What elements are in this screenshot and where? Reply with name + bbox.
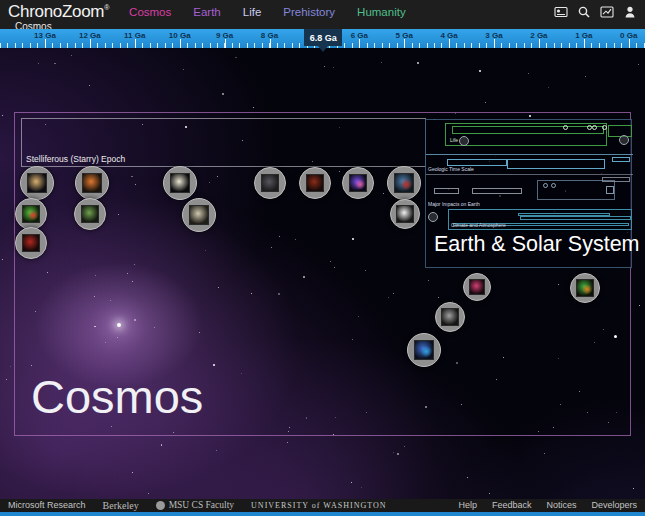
- region-title-stelliferous: Stelliferous (Starry) Epoch: [26, 154, 125, 164]
- ruler-tick-label: 8 Ga: [250, 31, 290, 40]
- exhibit-dot[interactable]: [602, 125, 607, 130]
- ruler-tick-label: 12 Ga: [70, 31, 110, 40]
- portrait-panel-exhibit-thumbnail: [189, 205, 209, 225]
- spiral-galaxy-exhibit[interactable]: [20, 166, 54, 200]
- exhibit-dot[interactable]: [563, 125, 568, 130]
- footer-link-help[interactable]: Help: [458, 500, 477, 511]
- nav-item-prehistory[interactable]: Prehistory: [283, 6, 335, 18]
- orange-panels-exhibit[interactable]: [75, 166, 109, 200]
- timeline-major-impacts[interactable]: Major Impacts on Earth: [426, 180, 633, 207]
- galaxy-cluster-exhibit[interactable]: [163, 166, 197, 200]
- blue-pink-nebula-exhibit[interactable]: [342, 167, 374, 199]
- pink-nebula-exhibit-thumbnail: [469, 279, 485, 295]
- ruler-tick-label: 5 Ga: [384, 31, 424, 40]
- timeline-geologic-time-scale[interactable]: Geologic Time Scale: [426, 154, 633, 175]
- white-square-exhibit[interactable]: [390, 199, 420, 229]
- gray-rock-exhibit[interactable]: [435, 302, 465, 332]
- orange-panels-exhibit-thumbnail: [82, 173, 102, 193]
- footer-links: HelpFeedbackNoticesDevelopers: [458, 500, 637, 511]
- gts-sub-timeline: [447, 159, 507, 166]
- ruler-tick: [449, 39, 450, 48]
- timeline-life[interactable]: Life: [445, 123, 607, 146]
- chronozoom-app: ChronoZoom® CosmosEarthLifePrehistoryHum…: [0, 0, 645, 516]
- exhibit-dot[interactable]: [543, 183, 548, 188]
- green-map-panels-exhibit[interactable]: [74, 198, 106, 230]
- footer-logo-microsoft-research[interactable]: Microsoft Research: [8, 500, 86, 511]
- space-canvas[interactable]: Stelliferous (Starry) Epoch Life: [0, 48, 645, 499]
- red-panels-exhibit[interactable]: [15, 227, 47, 259]
- red-nebula-exhibit-thumbnail: [306, 174, 325, 193]
- red-nebula-exhibit[interactable]: [299, 167, 331, 199]
- footer-bar: Microsoft ResearchBerkeleyMSU CS Faculty…: [0, 499, 645, 512]
- green-map-panels-exhibit-thumbnail: [81, 205, 100, 224]
- ruler-tick: [45, 39, 46, 48]
- ruler-tick-label: 1 Ga: [564, 31, 604, 40]
- impacts-inner-box: [606, 186, 614, 194]
- ruler-tick: [270, 39, 271, 48]
- video-bubble-icon[interactable]: [459, 136, 469, 146]
- supernova-ring-exhibit-thumbnail: [576, 279, 593, 296]
- ruler-tick-label: 4 Ga: [429, 31, 469, 40]
- region-title-earth-solar-system: Earth & Solar System: [434, 232, 640, 257]
- life-sub-timeline: [452, 126, 604, 134]
- timeline-label-major-impacts: Major Impacts on Earth: [428, 202, 480, 207]
- ruler-tick: [584, 39, 585, 48]
- ruler-tick-label: 11 Ga: [115, 31, 155, 40]
- cmb-map-exhibit[interactable]: [15, 198, 47, 230]
- red-panels-exhibit-thumbnail: [22, 234, 41, 253]
- exhibit-dot[interactable]: [551, 183, 556, 188]
- ruler-tick-label: 10 Ga: [160, 31, 200, 40]
- dark-panel-exhibit-thumbnail: [261, 174, 280, 193]
- timeline-ruler[interactable]: 6.8 Ga 13 Ga12 Ga11 Ga10 Ga9 Ga8 Ga6 Ga5…: [0, 29, 645, 48]
- exhibit-dot[interactable]: [592, 125, 597, 130]
- ruler-tick: [180, 39, 181, 48]
- timeline-label-life: Life: [450, 138, 458, 143]
- ruler-tick-label: 0 Ga: [609, 31, 645, 40]
- timeline-region-stelliferous[interactable]: Stelliferous (Starry) Epoch: [21, 118, 426, 167]
- footer-link-feedback[interactable]: Feedback: [492, 500, 532, 511]
- footer-logo-university-of-washington[interactable]: UNIVERSITY of WASHINGTON: [251, 500, 386, 511]
- footer-link-developers[interactable]: Developers: [591, 500, 637, 511]
- collage-panels-exhibit[interactable]: [387, 166, 421, 200]
- video-bubble-icon[interactable]: [428, 212, 438, 222]
- video-bubble-icon[interactable]: [619, 135, 629, 145]
- bottom-scroll-strip[interactable]: [0, 512, 645, 516]
- marker-arrow-icon: [318, 46, 328, 52]
- footer-logo-berkeley[interactable]: Berkeley: [103, 500, 139, 511]
- ruler-tick: [359, 39, 360, 48]
- search-icon[interactable]: [577, 5, 591, 19]
- timeline-label-climate-atmosphere: Climate and Atmosphere: [451, 223, 506, 228]
- spiral-galaxy-exhibit-thumbnail: [27, 173, 47, 193]
- footer-link-notices[interactable]: Notices: [546, 500, 576, 511]
- tours-icon[interactable]: [554, 5, 568, 19]
- gts-sub-timeline: [507, 159, 605, 169]
- timeline-region-cosmos[interactable]: Stelliferous (Starry) Epoch Life: [14, 112, 631, 436]
- portrait-panel-exhibit[interactable]: [182, 198, 216, 232]
- msu-badge-icon: [156, 501, 165, 510]
- blue-pink-nebula-exhibit-thumbnail: [349, 174, 368, 193]
- footer-logo-msu-cs-faculty[interactable]: MSU CS Faculty: [156, 500, 234, 511]
- graph-icon[interactable]: [600, 5, 614, 19]
- ruler-tick-label: 3 Ga: [474, 31, 514, 40]
- ruler-tick: [539, 39, 540, 48]
- app-logo[interactable]: ChronoZoom®: [8, 2, 109, 22]
- ruler-tick: [494, 39, 495, 48]
- region-title-cosmos: Cosmos: [31, 369, 203, 424]
- dark-panel-exhibit[interactable]: [254, 167, 286, 199]
- ruler-tick: [90, 39, 91, 48]
- timeline-label-geologic-time-scale: Geologic Time Scale: [428, 167, 474, 172]
- pink-nebula-exhibit[interactable]: [463, 273, 491, 301]
- timeline-climate-atmosphere[interactable]: Climate and Atmosphere: [448, 209, 632, 230]
- earth-planet-exhibit[interactable]: [407, 333, 441, 367]
- climate-bar: [520, 216, 631, 220]
- supernova-ring-exhibit[interactable]: [570, 273, 600, 303]
- ruler-tick: [629, 39, 630, 48]
- nav-item-cosmos[interactable]: Cosmos: [129, 6, 171, 18]
- nav-item-life[interactable]: Life: [243, 6, 262, 18]
- profile-icon[interactable]: [623, 5, 637, 19]
- impacts-sub-box: [537, 180, 615, 200]
- current-position-marker[interactable]: 6.8 Ga: [304, 29, 342, 46]
- nav-item-humanity[interactable]: Humanity: [357, 6, 406, 18]
- timeline-region-earth-solar-system[interactable]: Life Geologic Time Scale: [425, 119, 632, 268]
- nav-item-earth[interactable]: Earth: [193, 6, 221, 18]
